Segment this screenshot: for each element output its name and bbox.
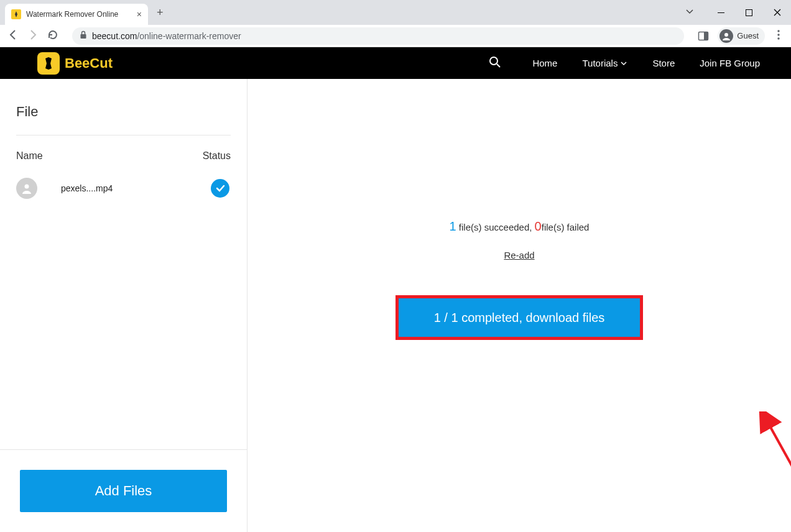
profile-label: Guest: [737, 31, 759, 40]
search-icon[interactable]: [489, 56, 501, 71]
profile-chip[interactable]: Guest: [718, 27, 765, 45]
tab-favicon-icon: [11, 9, 21, 19]
svg-point-8: [777, 30, 779, 32]
col-status: Status: [203, 150, 231, 162]
fail-suffix: file(s) failed: [542, 222, 590, 232]
main-area: File Name Status pexels....mp4 Add Files…: [0, 79, 791, 532]
nav-tutorials-label: Tutorials: [582, 58, 618, 68]
col-name: Name: [16, 150, 43, 162]
nav-tutorials[interactable]: Tutorials: [582, 58, 627, 68]
fail-count: 0: [535, 219, 542, 233]
file-thumbnail-icon: [16, 178, 37, 199]
nav-store[interactable]: Store: [652, 58, 675, 68]
svg-rect-4: [81, 34, 86, 39]
readd-link[interactable]: Re-add: [504, 250, 534, 260]
url-text: beecut.com/online-watermark-remover: [92, 31, 241, 41]
lock-icon: [80, 30, 87, 41]
forward-button[interactable]: [27, 29, 39, 43]
status-summary: 1 file(s) succeeded, 0file(s) failed: [450, 219, 590, 234]
file-sidebar: File Name Status pexels....mp4 Add Files: [0, 79, 247, 532]
address-bar[interactable]: beecut.com/online-watermark-remover: [72, 27, 684, 45]
new-tab-button[interactable]: +: [157, 6, 164, 19]
sidebar-content: File Name Status pexels....mp4: [0, 79, 247, 449]
brand-name[interactable]: BeeCut: [65, 55, 113, 71]
file-columns-header: Name Status: [16, 135, 231, 173]
window-close-icon[interactable]: [763, 0, 791, 25]
window-minimize-icon[interactable]: [707, 0, 735, 25]
url-domain: beecut.com: [92, 31, 137, 41]
tab-close-icon[interactable]: ×: [137, 9, 142, 19]
download-highlight-box: 1 / 1 completed, download files: [396, 295, 643, 340]
svg-rect-1: [746, 9, 752, 16]
svg-point-13: [25, 185, 29, 189]
browser-toolbar: beecut.com/online-watermark-remover Gues…: [0, 25, 791, 47]
reload-button[interactable]: [47, 29, 58, 43]
file-name: pexels....mp4: [61, 183, 211, 193]
content-panel: 1 file(s) succeeded, 0file(s) failed Re-…: [247, 79, 791, 532]
panel-icon[interactable]: [698, 30, 709, 42]
file-row[interactable]: pexels....mp4: [16, 173, 231, 204]
status-success-icon: [211, 179, 229, 198]
success-suffix: file(s) succeeded,: [456, 222, 535, 232]
url-path: /online-watermark-remover: [137, 31, 241, 41]
download-button[interactable]: 1 / 1 completed, download files: [399, 298, 640, 337]
window-maximize-icon[interactable]: [735, 0, 763, 25]
tab-overflow-icon[interactable]: [685, 6, 695, 19]
nav-fbgroup[interactable]: Join FB Group: [700, 58, 760, 68]
svg-point-11: [490, 57, 497, 65]
browser-tab[interactable]: Watermark Remover Online ×: [5, 4, 148, 25]
svg-point-10: [777, 37, 779, 39]
annotation-arrow-icon: [756, 411, 791, 532]
success-count: 1: [450, 219, 456, 233]
tab-title: Watermark Remover Online: [26, 10, 132, 19]
svg-point-9: [777, 34, 779, 35]
browser-menu-icon[interactable]: [774, 30, 784, 42]
sidebar-footer: Add Files: [0, 449, 247, 532]
svg-rect-6: [704, 32, 708, 40]
file-heading: File: [16, 104, 231, 135]
beecut-logo-icon[interactable]: [37, 52, 60, 75]
chevron-down-icon: [620, 60, 627, 67]
browser-tab-strip: Watermark Remover Online × +: [0, 0, 791, 25]
add-files-button[interactable]: Add Files: [20, 470, 227, 512]
back-button[interactable]: [7, 29, 19, 43]
svg-line-14: [769, 424, 791, 532]
site-header: BeeCut Home Tutorials Store Join FB Grou…: [0, 47, 791, 79]
nav-home[interactable]: Home: [532, 58, 557, 68]
svg-line-12: [497, 64, 500, 67]
window-controls: [707, 0, 791, 25]
avatar-icon: [719, 29, 733, 43]
svg-point-7: [724, 33, 728, 37]
